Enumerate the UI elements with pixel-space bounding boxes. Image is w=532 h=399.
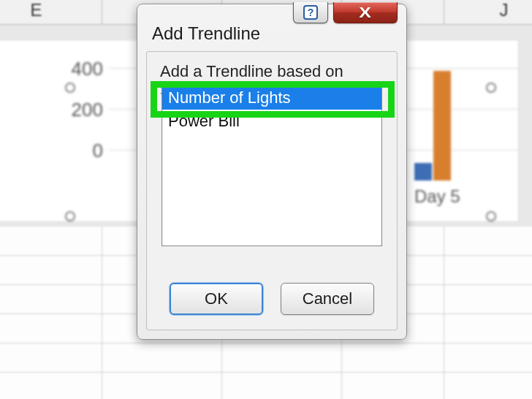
list-item-power-bill[interactable]: Power Bill [162, 110, 381, 133]
column-header-e[interactable]: E [0, 0, 102, 24]
dialog-titlebar[interactable]: Add Trendline ? X [137, 4, 406, 34]
selection-handle[interactable] [486, 211, 496, 221]
cancel-button[interactable]: Cancel [281, 283, 374, 315]
dialog-title: Add Trendline [152, 23, 260, 44]
x-axis-label-day5: Day 5 [414, 186, 460, 207]
y-axis-tick-label: 200 [66, 99, 103, 121]
bar-day5-series1 [414, 163, 432, 180]
ok-button[interactable]: OK [170, 283, 263, 315]
selection-handle[interactable] [65, 83, 75, 93]
help-icon: ? [303, 5, 318, 20]
dialog-body: Add a Trendline based on Series: Number … [146, 51, 398, 330]
list-item-number-of-lights[interactable]: Number of Lights [162, 86, 381, 110]
y-axis-tick-label: 0 [84, 140, 103, 162]
close-icon: X [360, 4, 372, 21]
dialog-button-row: OK Cancel [147, 283, 397, 321]
bar-day5-series2 [433, 71, 451, 180]
y-axis-tick-label: 400 [66, 58, 103, 80]
selection-handle[interactable] [486, 83, 496, 93]
add-trendline-dialog: Add Trendline ? X Add a Trendline based … [137, 4, 407, 340]
series-listbox[interactable]: Number of Lights Power Bill [162, 86, 382, 246]
column-header-j[interactable]: J [444, 0, 532, 24]
selection-handle[interactable] [65, 211, 75, 221]
close-button[interactable]: X [333, 2, 398, 23]
help-button[interactable]: ? [293, 2, 328, 23]
